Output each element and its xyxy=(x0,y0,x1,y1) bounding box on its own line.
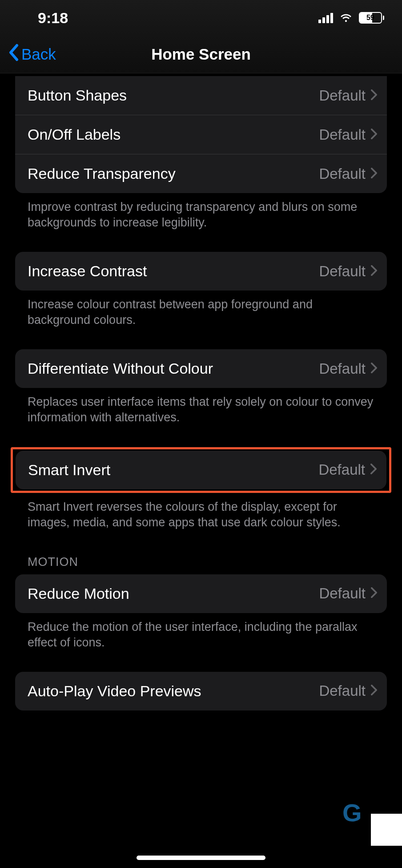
row-value: Default xyxy=(319,682,366,699)
footer-reduce-motion: Reduce the motion of the user interface,… xyxy=(15,613,387,650)
page-title: Home Screen xyxy=(0,45,402,63)
chevron-right-icon xyxy=(371,129,377,141)
footer-differentiate: Replaces user interface items that rely … xyxy=(15,388,387,425)
chevron-right-icon xyxy=(371,168,377,180)
settings-group-autoplay: Auto-Play Video Previews Default xyxy=(15,672,387,711)
row-reduce-transparency[interactable]: Reduce Transparency Default xyxy=(15,154,387,193)
status-time: 9:18 xyxy=(38,9,68,27)
section-header-motion: MOTION xyxy=(15,555,387,574)
settings-content: Button Shapes Default On/Off Labels Defa… xyxy=(0,76,402,711)
settings-group-contrast: Increase Contrast Default xyxy=(15,252,387,291)
row-label: Button Shapes xyxy=(28,87,127,104)
footer-increase-contrast: Increase colour contrast between app for… xyxy=(15,291,387,328)
row-reduce-motion[interactable]: Reduce Motion Default xyxy=(15,574,387,613)
row-value: Default xyxy=(318,461,365,478)
row-value: Default xyxy=(319,263,366,280)
chevron-left-icon xyxy=(8,44,19,65)
footer-smart-invert: Smart Invert reverses the colours of the… xyxy=(15,493,387,530)
row-differentiate-without-colour[interactable]: Differentiate Without Colour Default xyxy=(15,349,387,388)
row-value: Default xyxy=(319,360,366,377)
row-autoplay-video-previews[interactable]: Auto-Play Video Previews Default xyxy=(15,672,387,711)
chevron-right-icon xyxy=(371,89,377,102)
row-label: Auto-Play Video Previews xyxy=(28,682,201,700)
status-icons: 59 xyxy=(318,9,384,26)
battery-icon: 59 xyxy=(359,12,384,24)
home-indicator[interactable] xyxy=(137,856,265,860)
row-label: Differentiate Without Colour xyxy=(28,360,213,377)
row-on-off-labels[interactable]: On/Off Labels Default xyxy=(15,115,387,154)
chevron-right-icon xyxy=(370,464,377,476)
chevron-right-icon xyxy=(371,265,377,278)
chevron-right-icon xyxy=(371,587,377,600)
row-label: Reduce Motion xyxy=(28,585,129,602)
navigation-bar: Back Home Screen xyxy=(0,36,402,73)
row-value: Default xyxy=(319,585,366,602)
row-label: Reduce Transparency xyxy=(28,165,176,182)
settings-group-differentiate: Differentiate Without Colour Default xyxy=(15,349,387,388)
settings-group-motion: Reduce Motion Default xyxy=(15,574,387,613)
chevron-right-icon xyxy=(371,685,377,697)
row-smart-invert[interactable]: Smart Invert Default xyxy=(16,451,386,489)
watermark-logo: G xyxy=(342,802,387,827)
settings-group-display: Button Shapes Default On/Off Labels Defa… xyxy=(15,76,387,193)
row-label: Smart Invert xyxy=(28,461,110,479)
cellular-signal-icon xyxy=(318,13,333,23)
highlight-smart-invert: Smart Invert Default xyxy=(11,447,391,493)
row-value: Default xyxy=(319,166,366,182)
back-label: Back xyxy=(21,45,56,63)
footer-reduce-transparency: Improve contrast by reducing transparenc… xyxy=(15,193,387,230)
row-label: Increase Contrast xyxy=(28,262,147,280)
row-value: Default xyxy=(319,126,366,143)
row-label: On/Off Labels xyxy=(28,126,121,143)
chevron-right-icon xyxy=(371,363,377,375)
battery-percent: 59 xyxy=(360,13,381,23)
back-button[interactable]: Back xyxy=(8,44,56,65)
status-bar: 9:18 59 xyxy=(0,0,402,36)
row-increase-contrast[interactable]: Increase Contrast Default xyxy=(15,252,387,291)
row-button-shapes[interactable]: Button Shapes Default xyxy=(15,76,387,115)
settings-group-smart-invert: Smart Invert Default xyxy=(16,451,386,489)
wifi-icon xyxy=(338,9,354,26)
row-value: Default xyxy=(319,87,366,104)
